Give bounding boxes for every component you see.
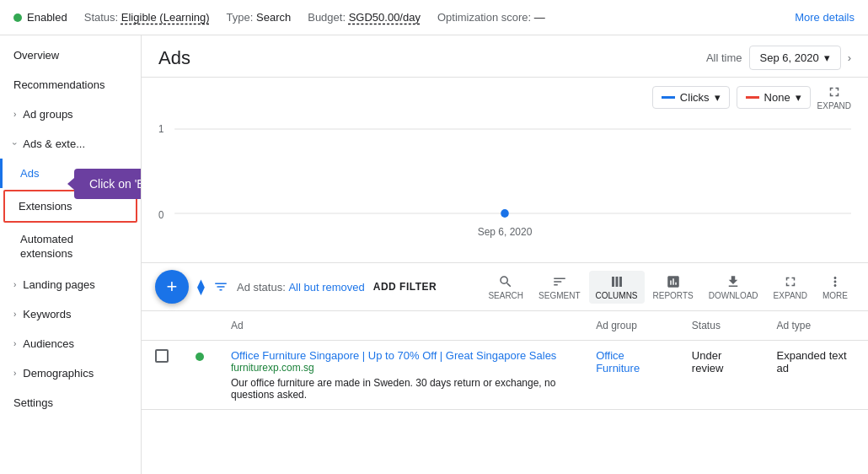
- ads-table: Ad Ad group Status Ad type Office Furnit…: [142, 311, 868, 474]
- sidebar-item-overview[interactable]: Overview: [0, 40, 141, 70]
- sidebar-item-automated-extensions[interactable]: Automated extensions: [0, 224, 141, 270]
- chevron-icon: ›: [13, 369, 16, 378]
- chart-area: Clicks ▾ None ▾ EXPAND 1 0: [142, 78, 868, 263]
- chevron-icon: ›: [13, 110, 16, 119]
- date-picker-button[interactable]: Sep 6, 2020 ▾: [749, 46, 841, 70]
- row-ad: Office Furniture Singapore | Up to 70% O…: [217, 341, 582, 410]
- sidebar-item-label: Overview: [13, 49, 59, 62]
- row-status: Under review: [678, 341, 764, 410]
- chart-svg: 1 0 Sep 6, 2020: [158, 117, 851, 244]
- enabled-dot: [13, 13, 22, 22]
- row-ad-type: Expanded text ad: [763, 341, 868, 410]
- optimization-label: Optimization score: —: [437, 11, 545, 24]
- col-ad-type: Ad type: [763, 311, 868, 341]
- table-row: Office Furniture Singapore | Up to 70% O…: [142, 341, 868, 410]
- sidebar-item-settings[interactable]: Settings: [0, 388, 141, 417]
- col-status: Status: [678, 311, 764, 341]
- col-dot: [182, 311, 217, 341]
- sidebar-item-label: Ads: [20, 167, 39, 180]
- sidebar-item-audiences[interactable]: › Audiences: [0, 329, 141, 358]
- expand-action[interactable]: EXPAND: [767, 271, 814, 304]
- columns-label: COLUMNS: [596, 291, 638, 300]
- status-enabled: Enabled: [13, 11, 67, 24]
- none-color-dot: [746, 96, 759, 99]
- budget-label: Budget: SGD50.00/day: [308, 11, 421, 24]
- sidebar-item-ads-extensions[interactable]: › Ads & exte...: [0, 129, 141, 159]
- clicks-label: Clicks: [680, 91, 710, 104]
- more-action[interactable]: MORE: [816, 271, 855, 304]
- none-label: None: [764, 91, 790, 104]
- add-button[interactable]: +: [155, 270, 189, 304]
- expand-chart-button[interactable]: EXPAND: [817, 84, 851, 110]
- reports-action[interactable]: REPORTS: [646, 271, 700, 304]
- status-label: Status: Eligible (Learning): [84, 11, 210, 24]
- sidebar-item-label: Keywords: [23, 308, 71, 320]
- tooltip-bubble: Click on 'Extensions': [74, 169, 142, 199]
- add-filter-button[interactable]: ADD FILTER: [373, 281, 437, 293]
- download-action[interactable]: DOWNLOAD: [702, 271, 765, 304]
- page-title: Ads: [158, 47, 190, 69]
- segment-label: SEGMENT: [538, 291, 580, 300]
- clicks-color-dot: [662, 96, 675, 99]
- svg-point-4: [501, 209, 509, 218]
- content-header: Ads All time Sep 6, 2020 ▾ ›: [142, 35, 868, 78]
- row-status-dot: [182, 341, 217, 410]
- date-value: Sep 6, 2020: [760, 51, 819, 64]
- filter-funnel-icon: ⧫: [197, 277, 205, 296]
- status-dot-green: [196, 353, 204, 361]
- row-ad-group: Office Furniture: [582, 341, 678, 410]
- svg-text:0: 0: [158, 209, 164, 220]
- more-details-link[interactable]: More details: [795, 11, 855, 24]
- sidebar-item-landing-pages[interactable]: › Landing pages: [0, 270, 141, 299]
- ad-description: Our office furniture are made in Sweden.…: [231, 377, 569, 401]
- tooltip-text: Click on 'Extensions': [89, 177, 142, 191]
- nav-arrow-right[interactable]: ›: [848, 51, 851, 64]
- sidebar-item-keywords[interactable]: › Keywords: [0, 299, 141, 329]
- sidebar-item-label: Automated extensions: [20, 233, 127, 261]
- date-range: All time Sep 6, 2020 ▾ ›: [706, 46, 851, 70]
- date-range-label: All time: [706, 51, 742, 64]
- more-label: MORE: [822, 291, 848, 300]
- search-label: SEARCH: [488, 291, 523, 300]
- clicks-selector[interactable]: Clicks ▾: [652, 86, 730, 109]
- reports-label: REPORTS: [653, 291, 694, 300]
- sidebar-item-label: Ad groups: [23, 108, 72, 121]
- sidebar-item-label: Extensions: [19, 200, 72, 213]
- chevron-icon: ›: [13, 339, 16, 348]
- x-axis-label: Sep 6, 2020: [158, 226, 851, 238]
- ad-status-label: Ad status: All but removed: [237, 281, 365, 294]
- col-ad: Ad: [217, 311, 582, 341]
- search-action[interactable]: SEARCH: [481, 271, 530, 304]
- none-selector[interactable]: None ▾: [737, 86, 811, 109]
- columns-action[interactable]: COLUMNS: [589, 271, 645, 304]
- toolbar-actions: SEARCH SEGMENT COLUMNS REPORTS: [481, 271, 855, 304]
- col-checkbox: [142, 311, 182, 341]
- chart-controls: Clicks ▾ None ▾ EXPAND: [158, 78, 851, 117]
- sidebar-item-label: Ads & exte...: [23, 137, 85, 150]
- ad-url: furniturexp.com.sg: [231, 362, 569, 374]
- svg-text:1: 1: [158, 123, 163, 134]
- add-icon: +: [167, 276, 178, 298]
- sidebar-item-label: Landing pages: [23, 278, 94, 291]
- checkbox-input[interactable]: [155, 349, 169, 363]
- sidebar-item-recommendations[interactable]: Recommendations: [0, 70, 141, 100]
- chevron-icon: ›: [13, 310, 16, 319]
- expand-label: EXPAND: [817, 101, 851, 110]
- clicks-chevron-icon: ▾: [715, 91, 721, 104]
- sidebar-item-demographics[interactable]: › Demographics: [0, 358, 141, 388]
- status-bar: Enabled Status: Eligible (Learning) Type…: [0, 0, 868, 35]
- sidebar-item-label: Audiences: [23, 337, 74, 350]
- ad-title[interactable]: Office Furniture Singapore | Up to 70% O…: [231, 349, 569, 362]
- row-checkbox[interactable]: [142, 341, 182, 410]
- main-layout: Overview Recommendations › Ad groups › A…: [0, 35, 868, 474]
- col-ad-group: Ad group: [582, 311, 678, 341]
- sidebar-item-ad-groups[interactable]: › Ad groups: [0, 100, 141, 129]
- filter-icon[interactable]: [213, 279, 228, 294]
- content-area: Ads All time Sep 6, 2020 ▾ › Clicks ▾: [142, 35, 868, 474]
- segment-action[interactable]: SEGMENT: [532, 271, 587, 304]
- expand-icon: [827, 84, 842, 100]
- filter-toolbar: + ⧫ Ad status: All but removed ADD FILTE…: [142, 263, 868, 311]
- chevron-icon: ›: [13, 280, 16, 289]
- ad-group-link[interactable]: Office Furniture: [596, 349, 640, 374]
- expand-label: EXPAND: [774, 291, 807, 300]
